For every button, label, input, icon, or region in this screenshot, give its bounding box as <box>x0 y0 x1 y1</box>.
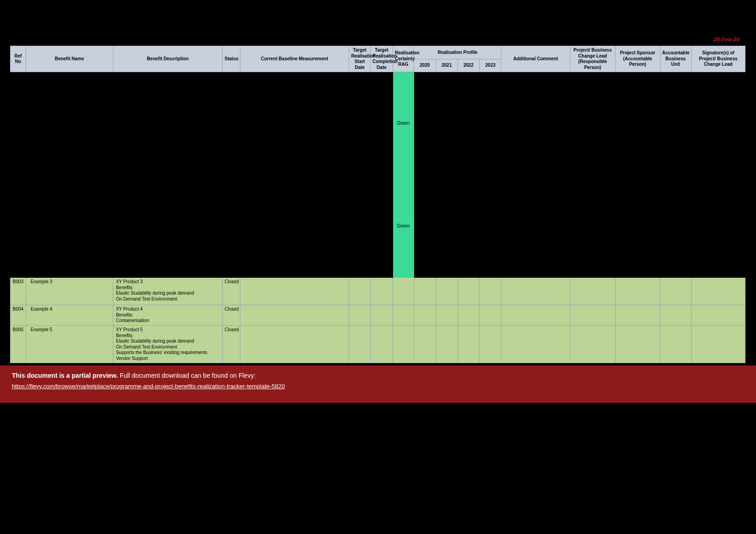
col-abu: Accountable Business Unit <box>660 46 691 72</box>
date-stamp: 25-Feb-20 <box>714 37 740 42</box>
cell-name: Example 3 <box>26 278 113 305</box>
cell-status: Closed <box>223 305 240 326</box>
desc-line: XY Product 3 <box>116 279 221 285</box>
col-profile-group: Realisation Profile <box>414 46 501 59</box>
banner-text: This document is a partial preview. Full… <box>12 372 744 379</box>
col-sig: Signature(s) of Project/ Business Change… <box>691 46 745 72</box>
col-2022: 2022 <box>458 59 479 72</box>
desc-line: Elastic Scalability during peak demand <box>116 291 221 296</box>
cell-status: Closed <box>223 326 240 363</box>
desc-line: XY Product 5 <box>116 327 221 333</box>
table-row-hidden: Green <box>11 175 745 278</box>
cell-desc: XY Product 4BenefitsContainerisation <box>113 305 223 326</box>
col-tgt-comp: Target Realisation Completion Date <box>370 46 393 72</box>
table-row: B003Example 3XY Product 3BenefitsElastic… <box>11 278 745 305</box>
col-2023: 2023 <box>479 59 501 72</box>
col-name: Benefit Name <box>26 46 113 72</box>
banner-rest: Full document download can be found on F… <box>118 372 256 379</box>
col-status: Status <box>223 46 240 72</box>
table-row-hidden: Green <box>11 72 745 175</box>
banner-link[interactable]: https://flevy.com/browse/marketplace/pro… <box>12 383 285 390</box>
desc-line: Benefits <box>116 285 221 291</box>
desc-line: Vendor Support <box>116 356 221 362</box>
cell-name: Example 5 <box>26 326 113 363</box>
cell-desc: XY Product 3BenefitsElastic Scalability … <box>113 278 223 305</box>
col-comment: Additional Comment <box>501 46 570 72</box>
desc-line: Elastic Scalability during peak demand <box>116 338 221 344</box>
table-header: Ref No Benefit Name Benefit Description … <box>11 46 745 72</box>
benefits-tracker-page: 25-Feb-20 Ref No Benefit Name Benefit De… <box>0 0 756 534</box>
desc-line: Benefits <box>116 333 221 339</box>
preview-banner: This document is a partial preview. Full… <box>0 365 756 403</box>
benefits-table: Ref No Benefit Name Benefit Description … <box>10 46 745 363</box>
table-row: B005Example 5XY Product 5BenefitsElastic… <box>11 326 745 363</box>
cell-name: Example 4 <box>26 305 113 326</box>
col-rag: Realisation Certainty RAG <box>393 46 414 72</box>
desc-line: Containerisation <box>116 318 221 324</box>
col-baseline: Current Baseline Measurement <box>240 46 349 72</box>
col-tgt-start: Target Realisation Start Date <box>349 46 371 72</box>
desc-line: Benefits <box>116 312 221 318</box>
cell-desc: XY Product 5BenefitsElastic Scalability … <box>113 326 223 363</box>
rag-cell: Green <box>393 175 414 278</box>
col-ref: Ref No <box>11 46 26 72</box>
banner-bold: This document is a partial preview. <box>12 372 118 379</box>
col-desc: Benefit Description <box>113 46 223 72</box>
col-2021: 2021 <box>436 59 458 72</box>
rag-cell: Green <box>393 72 414 175</box>
cell-ref: B003 <box>11 278 26 305</box>
cell-ref: B004 <box>11 305 26 326</box>
desc-line: On Demand Test Environment <box>116 344 221 350</box>
table-body: GreenGreenB003Example 3XY Product 3Benef… <box>11 72 745 363</box>
desc-line: XY Product 4 <box>116 307 221 312</box>
cell-ref: B005 <box>11 326 26 363</box>
col-lead: Project/ Business Change Lead (Responsib… <box>570 46 615 72</box>
cell-status: Closed <box>223 278 240 305</box>
table-row: B004Example 4XY Product 4BenefitsContain… <box>11 305 745 326</box>
desc-line: On Demand Test Environment <box>116 296 221 302</box>
col-sponsor: Project Sponsor (Accountable Person) <box>615 46 660 72</box>
desc-line: Supports the Business' existing requirem… <box>116 350 221 356</box>
col-2020: 2020 <box>414 59 436 72</box>
benefits-table-wrap: Ref No Benefit Name Benefit Description … <box>10 46 745 363</box>
